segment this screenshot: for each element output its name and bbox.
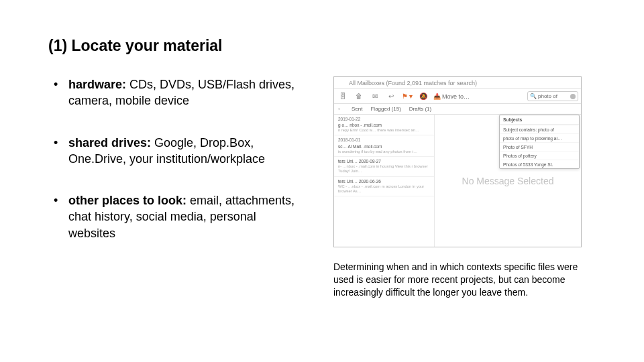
slide-title: (1) Locate your material bbox=[48, 37, 597, 55]
msg-from: sc… Al Mail. .moil.com bbox=[338, 144, 431, 149]
bullet-label: hardware: bbox=[68, 78, 126, 91]
list-item[interactable]: ters Uni… 2020-06-26 WC - …nbox - .mail.… bbox=[334, 177, 434, 197]
msg-from: ters Uni… 2020-08-27 bbox=[338, 159, 431, 164]
move-to-label: Move to… bbox=[442, 93, 470, 100]
list-item[interactable]: ters Uni… 2020-08-27 n- …nbox - .mail.co… bbox=[334, 157, 434, 177]
mail-body: 2019-01-22 g o… nbox - .moil.com n repy … bbox=[334, 115, 581, 247]
content-row: hardware: CDs, DVDs, USB/Flash drives, c… bbox=[48, 76, 597, 299]
msg-date: 2019-01-22 bbox=[338, 117, 431, 122]
bullet-item: hardware: CDs, DVDs, USB/Flash drives, c… bbox=[48, 76, 297, 109]
bullet-label: other places to look: bbox=[68, 194, 186, 207]
image-caption: Determining when and in which contexts s… bbox=[333, 261, 582, 299]
list-item[interactable]: 2019-01-22 g o… nbox - .moil.com n repy … bbox=[334, 115, 434, 135]
bullet-item: shared drives: Google, Drop.Box, One.Dri… bbox=[48, 135, 297, 168]
msg-preview: WC - …nbox - .mail.com m across London i… bbox=[338, 184, 431, 194]
bullet-list: hardware: CDs, DVDs, USB/Flash drives, c… bbox=[48, 76, 297, 241]
bullet-item: other places to look: email, attachments… bbox=[48, 192, 297, 241]
mute-icon[interactable]: 🔕 bbox=[417, 92, 429, 101]
msg-preview: is wondering if tou by ead any photos fr… bbox=[338, 149, 431, 154]
slide: (1) Locate your material hardware: CDs, … bbox=[0, 0, 644, 362]
bullet-label: shared drives: bbox=[68, 136, 151, 149]
right-column: All Mailboxes (Found 2,091 matches for s… bbox=[333, 76, 592, 299]
chevron-left-icon[interactable]: ‹ bbox=[338, 106, 340, 112]
list-item[interactable]: 2018-01-01 sc… Al Mail. .moil.com is won… bbox=[334, 135, 434, 156]
move-to-button[interactable]: 📥Move to… bbox=[433, 93, 470, 100]
tab-drafts[interactable]: Drafts (1) bbox=[409, 106, 431, 112]
msg-from: g o… nbox - .moil.com bbox=[338, 123, 431, 128]
dropdown-item[interactable]: photo of map to pickering ai… bbox=[500, 133, 579, 142]
msg-date: 2018-01-01 bbox=[338, 137, 431, 143]
junk-icon[interactable]: ✉ bbox=[369, 92, 381, 101]
clear-search-icon[interactable] bbox=[570, 94, 576, 99]
no-message-label: No Message Selected bbox=[462, 176, 554, 186]
mail-titlebar: All Mailboxes (Found 2,091 matches for s… bbox=[334, 77, 581, 89]
dropdown-item[interactable]: Photos of 5333 Yonge St. bbox=[500, 160, 579, 168]
msg-preview: n repy Erin! Cood w… there was interstec… bbox=[338, 128, 431, 133]
mail-tabs: ‹ Sent Flagged (15) Drafts (1) bbox=[334, 104, 581, 115]
reply-icon[interactable]: ↩ bbox=[385, 92, 397, 101]
dropdown-header: Subjects bbox=[500, 115, 579, 125]
msg-from: ters Uni… 2020-06-26 bbox=[338, 179, 431, 184]
tab-sent[interactable]: Sent bbox=[352, 106, 362, 112]
search-icon: 🔍 bbox=[530, 93, 537, 99]
archive-icon[interactable]: 🗄 bbox=[337, 92, 349, 101]
message-list: 2019-01-22 g o… nbox - .moil.com n repy … bbox=[334, 115, 435, 247]
dropdown-item[interactable]: Photo of SFYH bbox=[500, 142, 579, 151]
trash-icon[interactable]: 🗑 bbox=[353, 92, 365, 101]
dropdown-item[interactable]: Subject contains: photo of bbox=[500, 125, 579, 133]
mail-screenshot: All Mailboxes (Found 2,091 matches for s… bbox=[333, 76, 582, 247]
tab-flagged[interactable]: Flagged (15) bbox=[370, 106, 400, 112]
message-preview-pane: Subjects Subject contains: photo of phot… bbox=[435, 115, 581, 247]
search-suggestions-dropdown: Subjects Subject contains: photo of phot… bbox=[499, 115, 580, 169]
search-input[interactable]: 🔍 photo of bbox=[527, 91, 578, 101]
mail-toolbar: 🗄 🗑 ✉ ↩ ⚑ ▾ 🔕 📥Move to… 🔍 photo of bbox=[334, 89, 581, 104]
search-value: photo of bbox=[538, 93, 557, 99]
left-column: hardware: CDs, DVDs, USB/Flash drives, c… bbox=[48, 76, 317, 299]
msg-preview: n- …nbox - .mail.com in housing View thi… bbox=[338, 164, 431, 174]
flag-icon[interactable]: ⚑ ▾ bbox=[401, 92, 413, 101]
dropdown-item[interactable]: Photos of pottery bbox=[500, 151, 579, 160]
